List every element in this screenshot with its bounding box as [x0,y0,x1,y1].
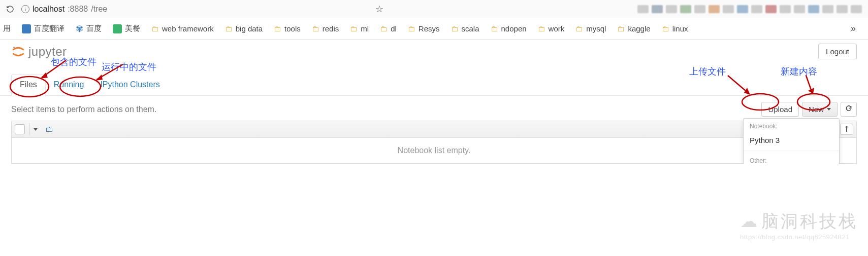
reload-button[interactable] [3,2,17,16]
bookmark-folder[interactable]: 🗀work [538,24,565,33]
folder-icon: 🗀 [350,24,358,33]
new-button[interactable]: New [802,102,838,117]
folder-icon: 🗀 [617,24,625,33]
toolbar: Select items to perform actions on them.… [0,96,868,121]
bookmark-label: 百度翻译 [34,24,65,33]
bookmark-label: work [549,24,565,33]
bookmark-label: ndopen [501,24,527,33]
bookmark-folder[interactable]: 🗀kaggle [617,24,650,33]
bookmarks-overflow-icon[interactable]: » [851,23,865,34]
bookmark-folder[interactable]: 🗀dl [380,24,397,33]
tab-clusters[interactable]: IPython Clusters [92,75,168,95]
svg-point-0 [13,47,15,48]
folder-icon: 🗀 [225,24,233,33]
upload-button[interactable]: Upload [761,102,799,117]
site-info-icon[interactable]: i [21,5,29,13]
selection-hint: Select items to perform actions on them. [11,105,156,114]
bookmark-label: linux [672,24,688,33]
bookmark-folder[interactable]: 🗀scala [451,24,479,33]
bookmark-label: redis [323,24,339,33]
bookmark-folder[interactable]: 🗀redis [312,24,339,33]
folder-icon: 🗀 [575,24,583,33]
bookmark-folder[interactable]: 🗀big data [225,24,263,33]
bookmark-folder[interactable]: 🗀ndopen [491,24,527,33]
folder-icon: 🗀 [380,24,388,33]
folder-icon: 🗀 [538,24,545,33]
tab-running[interactable]: Running [46,75,92,95]
url-host: localhost [33,5,65,14]
folder-icon: 🗀 [491,24,498,33]
address-field[interactable]: i localhost:8888/tree [21,5,107,14]
url-path: /tree [91,5,107,14]
extension-icons-blurred [637,5,865,13]
select-dropdown[interactable] [29,123,41,135]
bookmark-label: web framework [162,24,214,33]
bookmark-label: scala [462,24,479,33]
bookmark-folder[interactable]: 🗀tools [274,24,301,33]
bookmark-label: dl [391,24,397,33]
paw-icon: ✾ [76,23,83,34]
bookmark-item[interactable]: 美餐 [113,24,140,33]
chevron-down-icon [827,108,831,111]
bookmark-label: Resys [419,24,440,33]
bookmark-item[interactable]: ✾百度 [76,23,102,34]
bookmarks-truncated-label: 用 [3,24,11,33]
bookmark-label: kaggle [628,24,650,33]
logout-button[interactable]: Logout [818,44,857,59]
breadcrumb-row: 🗀 🠕 [11,121,857,138]
jupyter-logo[interactable]: jupyter [11,45,67,59]
folder-icon: 🗀 [408,24,415,33]
chevron-down-icon [34,128,38,131]
refresh-button[interactable] [841,102,857,117]
folder-icon: 🗀 [151,24,159,33]
bookmark-folder[interactable]: 🗀web framework [151,24,214,33]
bookmark-folder[interactable]: 🗀linux [662,24,688,33]
bookmark-label: 美餐 [125,24,140,33]
bookmark-folder[interactable]: 🗀ml [350,24,369,33]
bookmark-label: tools [284,24,301,33]
new-menu-python3[interactable]: Python 3 [744,132,839,149]
browser-address-bar: i localhost:8888/tree ☆ [0,0,868,18]
folder-icon: 🗀 [274,24,281,33]
site-icon [22,24,31,33]
bookmark-folder[interactable]: 🗀mysql [575,24,606,33]
folder-icon: 🗀 [312,24,319,33]
bookmark-label: ml [361,24,369,33]
jupyter-header: jupyter Logout 包含的文件 运行中的文件 [0,40,868,60]
new-menu-section-notebook: Notebook: [744,119,839,132]
select-all-checkbox[interactable] [15,124,25,134]
new-button-label: New [809,105,824,114]
folder-icon: 🗀 [662,24,669,33]
notebook-list-empty: Notebook list empty. [11,138,857,164]
new-menu-section-other: Other: [744,153,839,164]
annotation-running: 运行中的文件 [102,61,156,73]
jupyter-tabs: Files Running IPython Clusters [0,75,868,96]
bookmark-label: mysql [586,24,606,33]
sort-button[interactable]: 🠕 [840,124,853,135]
bookmark-label: big data [236,24,263,33]
refresh-icon [845,105,852,112]
jupyter-logo-icon [11,45,25,59]
url-port: :8888 [68,5,88,14]
folder-icon: 🗀 [451,24,459,33]
new-menu: Notebook: Python 3 Other: Text File Fold… [743,118,840,164]
tab-files[interactable]: Files [11,75,46,96]
jupyter-logo-text: jupyter [28,45,67,59]
bookmark-item[interactable]: 百度翻译 [22,24,65,33]
home-folder-icon[interactable]: 🗀 [45,125,53,134]
bookmark-folder[interactable]: 🗀Resys [408,24,440,33]
site-icon [113,24,122,33]
bookmarks-bar: 用 百度翻译 ✾百度 美餐 🗀web framework 🗀big data 🗀… [0,18,868,40]
bookmark-star-icon[interactable]: ☆ [375,4,383,15]
bookmark-label: 百度 [86,24,102,33]
